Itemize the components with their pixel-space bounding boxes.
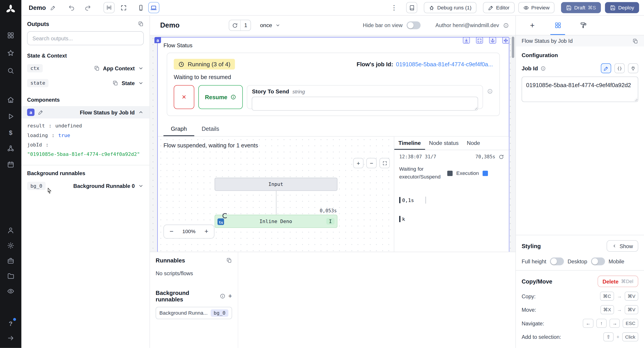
info-icon[interactable] bbox=[503, 22, 509, 28]
zoom-out-icon[interactable]: − bbox=[366, 158, 376, 168]
full-width-toggle-icon[interactable] bbox=[120, 4, 127, 11]
node-suffix-badge: I bbox=[326, 218, 334, 224]
chevron-down-icon[interactable] bbox=[138, 80, 144, 86]
fullscreen-icon[interactable] bbox=[476, 37, 483, 44]
anchor-icon[interactable] bbox=[489, 37, 496, 44]
info-icon[interactable] bbox=[220, 293, 226, 299]
desktop-view-toggle[interactable] bbox=[148, 2, 159, 13]
resources-hub-icon[interactable] bbox=[7, 145, 14, 152]
styling-tab[interactable] bbox=[576, 16, 590, 35]
zoom-out-button[interactable]: − bbox=[164, 225, 179, 238]
refresh-icon bbox=[229, 20, 240, 31]
tab-graph[interactable]: Graph bbox=[164, 122, 194, 136]
folders-icon[interactable] bbox=[7, 272, 14, 280]
runs-play-icon[interactable] bbox=[7, 113, 14, 120]
search-outputs-input[interactable] bbox=[27, 31, 144, 45]
star-icon[interactable] bbox=[7, 49, 14, 57]
job-id-input[interactable]: 0191085e-5baa-81ef-4774-c9ef4f0a92d2 bbox=[522, 77, 638, 102]
left-icon-rail: $ ? bbox=[0, 0, 22, 348]
undo-icon[interactable] bbox=[68, 4, 74, 11]
panel-doc-icon[interactable] bbox=[138, 21, 144, 27]
job-id-link[interactable]: 0191085e-5baa-81ef-4774-c9ef4f0a... bbox=[396, 61, 493, 67]
flow-graph[interactable]: Flow suspended, waiting for 1 events + −… bbox=[158, 137, 394, 252]
flow-status-title: Flow Status bbox=[158, 37, 509, 52]
show-styling-button[interactable]: Show bbox=[607, 240, 638, 252]
edit-pencil-icon[interactable] bbox=[38, 109, 44, 115]
story-input[interactable] bbox=[252, 97, 478, 111]
desktop-toggle[interactable] bbox=[591, 258, 605, 265]
state-row[interactable]: state State bbox=[27, 77, 144, 89]
schedules-calendar-icon[interactable] bbox=[7, 161, 14, 168]
search-icon[interactable] bbox=[7, 67, 14, 74]
preview-button[interactable]: Preview bbox=[518, 2, 554, 13]
expand-down-icon[interactable] bbox=[463, 37, 470, 44]
home-icon[interactable] bbox=[7, 96, 14, 104]
insert-component-tab[interactable]: + bbox=[525, 16, 540, 35]
rename-pencil-icon[interactable] bbox=[50, 5, 56, 11]
add-runnable-button[interactable]: + bbox=[228, 292, 232, 300]
fit-view-icon[interactable] bbox=[380, 158, 390, 168]
delete-label: Delete bbox=[602, 278, 618, 285]
zoom-in-icon[interactable]: + bbox=[353, 158, 364, 168]
chevron-down-icon[interactable] bbox=[138, 183, 144, 189]
canvas-scrollbar[interactable] bbox=[512, 37, 514, 58]
user-icon[interactable] bbox=[7, 227, 14, 234]
cancel-button[interactable]: × bbox=[174, 85, 194, 109]
component-row-a[interactable]: a Flow Status by Job Id bbox=[22, 106, 150, 118]
hide-bar-toggle[interactable] bbox=[407, 22, 420, 29]
flow-status-component[interactable]: a Flow Status Running (3 of 4) bbox=[157, 37, 509, 252]
template-mode-button[interactable]: {} bbox=[614, 63, 625, 73]
components-header: Components bbox=[27, 97, 144, 103]
collapse-arrow-icon[interactable] bbox=[7, 334, 14, 342]
graph-node-inline-deno[interactable]: ts Inline Deno I 0,053s bbox=[214, 215, 337, 228]
width-constrained-toggle[interactable] bbox=[103, 2, 114, 13]
tab-node[interactable]: Node bbox=[463, 137, 484, 150]
schedule-dropdown[interactable]: once bbox=[260, 22, 280, 29]
editor-button[interactable]: Editor bbox=[483, 2, 514, 13]
tab-timeline[interactable]: Timeline bbox=[394, 137, 425, 150]
move-icon[interactable] bbox=[502, 37, 509, 44]
docs-book-button[interactable] bbox=[406, 2, 418, 13]
refresh-count-button[interactable]: 1 bbox=[229, 20, 251, 31]
author-label: Author henri@windmill.dev bbox=[435, 22, 499, 29]
static-input-mode-button[interactable] bbox=[601, 63, 611, 73]
help-icon[interactable]: ? bbox=[7, 319, 14, 327]
info-icon[interactable] bbox=[487, 88, 493, 94]
settings-gear-icon[interactable] bbox=[7, 242, 14, 249]
ctx-row[interactable]: ctx App Context bbox=[27, 62, 144, 74]
apps-grid-icon[interactable] bbox=[7, 32, 14, 39]
zoom-in-button[interactable]: + bbox=[199, 225, 214, 238]
chevron-down-icon[interactable] bbox=[138, 65, 144, 71]
refresh-icon[interactable] bbox=[499, 154, 504, 159]
info-icon[interactable] bbox=[540, 66, 546, 71]
tab-node-status[interactable]: Node status bbox=[425, 137, 463, 150]
resume-button[interactable]: Resume bbox=[198, 85, 243, 109]
flow-status-tabs: Graph Details bbox=[158, 122, 509, 137]
component-settings-tab[interactable] bbox=[550, 16, 565, 35]
connect-input-button[interactable] bbox=[628, 63, 638, 73]
app-canvas[interactable]: a Flow Status Running (3 of 4) bbox=[150, 35, 516, 252]
panel-doc-icon[interactable] bbox=[226, 258, 232, 263]
delete-button[interactable]: Delete ⌘Del bbox=[598, 276, 638, 287]
graph-node-input[interactable]: Input bbox=[214, 178, 337, 191]
draft-shortcut: ⌘S bbox=[588, 5, 596, 11]
workspace-briefcase-icon[interactable] bbox=[7, 257, 14, 264]
panel-doc-icon[interactable] bbox=[632, 38, 638, 44]
mobile-view-icon[interactable] bbox=[138, 4, 144, 11]
debug-runs-button[interactable]: Debug runs (1) bbox=[424, 2, 476, 13]
bg-runnable-item[interactable]: Background Runna... bg_0 bbox=[156, 307, 232, 319]
variables-dollar-icon[interactable]: $ bbox=[7, 129, 14, 136]
delete-shortcut: ⌘Del bbox=[621, 278, 633, 284]
redo-icon[interactable] bbox=[84, 4, 91, 11]
runnables-title: Runnables bbox=[156, 257, 185, 264]
full-height-toggle[interactable] bbox=[550, 258, 564, 265]
windmill-logo[interactable] bbox=[5, 4, 16, 15]
more-menu-kebab-icon[interactable]: ⋮ bbox=[389, 4, 399, 12]
draft-button[interactable]: Draft ⌘S bbox=[561, 2, 601, 13]
bg-runnable-row[interactable]: bg_0 Background Runnable 0 bbox=[27, 180, 144, 192]
tab-details[interactable]: Details bbox=[194, 122, 227, 136]
zoom-level: 100% bbox=[179, 229, 199, 235]
chevron-up-icon[interactable] bbox=[138, 109, 144, 115]
deploy-button[interactable]: Deploy bbox=[605, 2, 639, 13]
audit-eye-icon[interactable] bbox=[7, 287, 14, 295]
